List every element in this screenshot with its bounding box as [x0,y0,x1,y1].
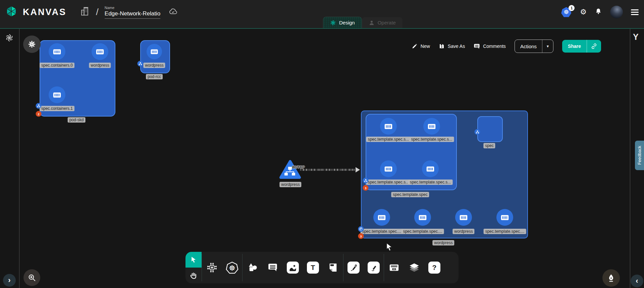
edge-arrowhead [356,167,360,172]
select-tool-button[interactable] [185,252,202,268]
relationship-badge[interactable] [36,103,42,109]
note-tool-button[interactable] [323,252,343,283]
collapsed-node[interactable] [23,35,41,53]
share-button[interactable]: Share [562,40,601,53]
mode-tabs: Design Operate [323,17,402,28]
service-node[interactable] [279,159,302,180]
snowflake-icon [27,40,37,49]
comments-button[interactable]: Comments [474,43,506,50]
count-badge[interactable]: 3 [358,233,364,239]
brand-wordmark: KANVAS [23,7,66,17]
layer5-y-icon[interactable]: Y [633,32,639,42]
container-node[interactable] [147,44,162,59]
layers-icon [409,262,420,273]
comment-tool-button[interactable] [263,252,283,283]
container-node[interactable] [422,160,439,177]
container-node[interactable] [414,209,431,226]
feedback-label: Feedback [637,146,642,165]
pan-tool-button[interactable] [185,268,202,283]
group-label: wordpress [432,240,454,245]
comment-icon [474,43,480,50]
container-node[interactable] [455,209,472,226]
node-label: spec.template.spec.s... [410,137,454,142]
container-node[interactable] [380,160,397,177]
meshery-spinner-icon[interactable] [5,33,14,44]
notifications-bell-icon[interactable] [595,7,602,17]
question-icon: ? [428,262,440,274]
container-node[interactable] [92,43,108,60]
freehand-tool-button[interactable] [364,252,384,283]
node-label: spec.template.spec.... [401,229,444,234]
organization-icon[interactable] [80,6,90,18]
kanvas-logo-icon[interactable] [5,5,17,19]
new-button-label: New [421,44,430,49]
group-label: spec.template.spec [391,192,429,197]
shapes-tool-button[interactable] [243,252,263,283]
container-node[interactable] [423,118,440,135]
node-label: spec.template.spec.s... [366,137,411,142]
kubernetes-context-button[interactable]: ☸ 1 [561,7,572,17]
copy-link-icon[interactable] [587,40,601,53]
annotation-pen-button[interactable] [602,269,620,287]
node-spec-empty[interactable] [477,116,503,142]
zoom-button[interactable] [23,269,40,286]
name-label: Name [105,6,160,10]
settings-gear-icon[interactable]: ⚙ [580,8,587,16]
container-node[interactable] [49,86,65,103]
edge-wordpress-to-group[interactable] [300,169,356,171]
count-badge[interactable]: 3 [363,185,369,191]
container-node[interactable] [373,209,390,226]
menu-hamburger-icon[interactable] [631,9,639,15]
node-label: wordpress [89,63,111,68]
kubernetes-context-count: 1 [569,5,575,11]
node-label: wordpress [452,229,474,234]
design-name-value[interactable]: Edge-Network-Relatio [105,10,160,19]
drawer-button[interactable] [384,252,404,283]
count-badge[interactable]: 2 [36,111,42,117]
pen-tool-button[interactable] [343,252,364,283]
tab-design[interactable]: Design [323,17,362,28]
comments-button-label: Comments [483,44,506,49]
caret-down-icon[interactable]: ▾ [542,40,553,53]
pen-nib-icon [607,274,615,282]
relationship-badge[interactable] [475,129,480,135]
node-label: spec.containers.0 [40,63,74,68]
design-canvas[interactable]: › Y ‹ New Save As C [0,28,644,288]
expand-right-panel-button[interactable]: ‹ [631,275,643,287]
cloud-saved-icon [168,7,178,17]
components-tool-button[interactable] [202,252,222,283]
tab-operate[interactable]: Operate [362,17,402,28]
group-label: pod-rcc [146,74,163,79]
pen-icon [347,262,360,274]
comment-icon [268,263,278,273]
help-button[interactable]: ? [424,252,444,283]
node-label: spec.containers.1 [40,106,74,111]
group-spec-template-spec[interactable] [366,114,457,190]
tab-operate-label: Operate [378,20,396,25]
user-avatar[interactable] [610,6,623,18]
note-icon [328,263,338,273]
node-label: wordpress [279,182,301,187]
save-as-button[interactable]: Save As [439,43,465,49]
container-node[interactable] [496,209,513,226]
actions-button-label: Actions [515,40,542,53]
new-button[interactable]: New [412,43,430,49]
relationship-badge[interactable] [138,61,143,67]
node-label: wordpress [143,63,165,68]
relationship-badge[interactable] [358,226,364,232]
actions-dropdown-button[interactable]: Actions ▾ [515,40,553,53]
floppy-icon [439,43,445,49]
relationship-badge[interactable] [363,178,369,184]
expand-left-panel-button[interactable]: › [3,274,16,287]
hand-icon [190,272,198,280]
chip-icon [206,262,218,274]
kubernetes-tool-button[interactable]: ☸ [222,252,242,283]
image-tool-button[interactable] [283,252,303,283]
text-tool-button[interactable]: T [303,252,323,283]
container-node[interactable] [49,43,65,60]
feedback-tab[interactable]: Feedback [635,141,644,170]
design-name-field[interactable]: Name Edge-Network-Relatio [105,6,160,19]
container-node[interactable] [380,118,397,135]
app-header: KANVAS / Name Edge-Network-Relatio [0,0,644,28]
layers-button[interactable] [404,252,424,283]
